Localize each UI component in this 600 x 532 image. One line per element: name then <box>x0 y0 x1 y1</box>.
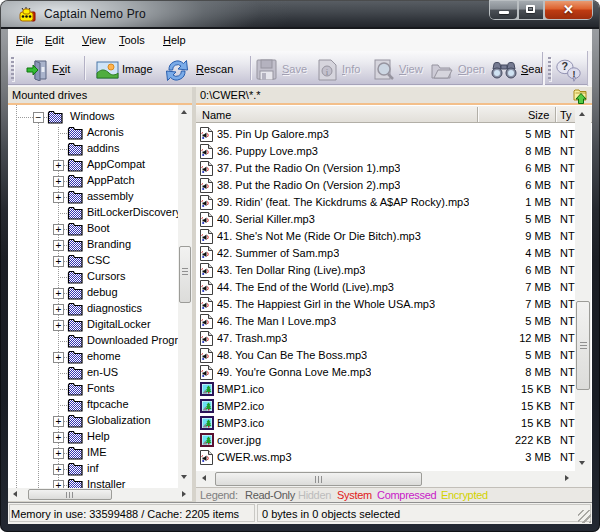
svg-text:!: ! <box>572 69 575 79</box>
svg-text:?: ? <box>562 61 569 73</box>
